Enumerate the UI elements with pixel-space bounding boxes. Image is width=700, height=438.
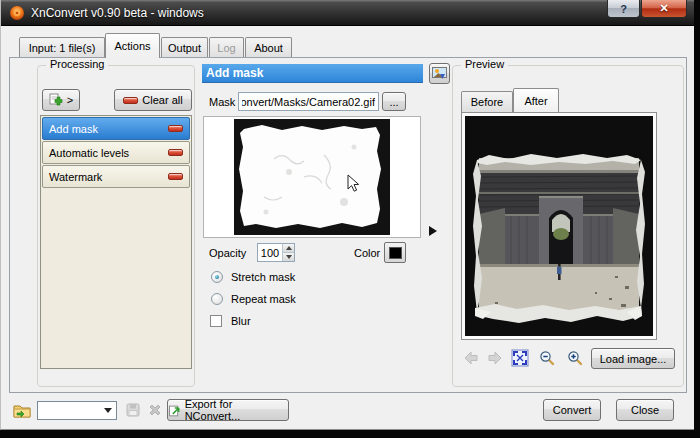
tab-after[interactable]: After [513,88,559,112]
titlebar[interactable]: XnConvert v0.90 beta - windows ? ✕ [1,0,694,26]
color-swatch-button[interactable] [384,242,406,263]
actions-tab-page: Processing > Clear all Add mask [9,57,687,393]
remove-action-icon[interactable] [168,149,183,156]
preview-group-label: Preview [461,58,508,70]
tab-input[interactable]: Input: 1 file(s) [19,37,105,58]
previous-image-button [463,350,479,366]
zoom-in-button[interactable] [567,350,583,366]
remove-action-icon[interactable] [168,125,183,132]
help-button[interactable]: ? [607,0,640,18]
mask-path-input[interactable] [238,92,379,111]
screen: XnConvert v0.90 beta - windows ? ✕ Input… [0,0,700,438]
mask-thumbnail [203,116,421,238]
tab-about[interactable]: About [245,37,292,58]
blur-label[interactable]: Blur [231,315,251,327]
apply-preview-button[interactable] [429,63,450,84]
next-image-button [487,350,503,366]
repeat-mask-radio[interactable] [211,293,223,305]
tab-actions[interactable]: Actions [105,33,160,58]
add-action-icon [49,93,63,107]
window-title: XnConvert v0.90 beta - windows [31,6,204,20]
list-item-watermark[interactable]: Watermark [42,165,190,188]
preview-group: Preview Before After [452,65,684,387]
image-icon [432,67,447,80]
actions-list: Add mask Automatic levels Watermark [40,115,192,369]
export-icon [168,404,181,417]
save-settings-button [125,402,141,418]
zoom-out-button[interactable] [539,350,555,366]
mask-panel-title: Add mask [202,64,423,83]
preview-image-frame [461,112,657,340]
remove-action-icon[interactable] [168,173,183,180]
preview-image-after[interactable] [465,116,653,336]
tab-before[interactable]: Before [461,91,513,112]
settings-combobox[interactable] [37,401,117,420]
fit-to-window-button[interactable] [511,349,529,367]
mask-image [204,117,420,237]
delete-settings-button [147,402,163,418]
help-icon: ? [620,3,627,15]
opacity-stepper[interactable]: 100 [257,243,295,262]
list-item-add-mask[interactable]: Add mask [42,117,190,140]
close-icon: ✕ [659,2,668,15]
opacity-down-button[interactable] [283,252,294,261]
load-image-button[interactable]: Load image... [591,348,675,369]
opacity-up-button[interactable] [283,244,294,252]
flow-arrow-icon [429,226,437,236]
app-window: XnConvert v0.90 beta - windows ? ✕ Input… [0,0,694,430]
down-arrow-icon [286,255,292,259]
opacity-label: Opacity [209,247,246,259]
export-for-nconvert-button[interactable]: Export for NConvert... [167,399,289,421]
close-dialog-button[interactable]: Close [616,399,674,421]
convert-button[interactable]: Convert [543,399,601,421]
tab-output[interactable]: Output [161,37,208,58]
tab-log: Log [209,37,244,58]
stretch-mask-label[interactable]: Stretch mask [231,271,295,283]
clear-all-minus-icon [123,97,138,104]
stretch-mask-radio[interactable] [211,271,223,283]
close-button[interactable]: ✕ [641,0,687,18]
browse-mask-button[interactable]: ... [382,92,406,111]
processing-group-label: Processing [46,58,108,70]
list-item-automatic-levels[interactable]: Automatic levels [42,141,190,164]
dropdown-arrow-icon [104,408,112,413]
mask-field-label: Mask [209,96,235,108]
up-arrow-icon [286,246,292,250]
blur-checkbox[interactable] [210,315,222,327]
open-script-folder-button[interactable] [13,403,31,419]
color-label: Color [354,247,380,259]
app-icon [9,5,25,21]
color-swatch [389,247,402,259]
clear-all-button[interactable]: Clear all [114,89,192,111]
repeat-mask-label[interactable]: Repeat mask [231,293,296,305]
add-action-button[interactable]: > [42,89,80,111]
